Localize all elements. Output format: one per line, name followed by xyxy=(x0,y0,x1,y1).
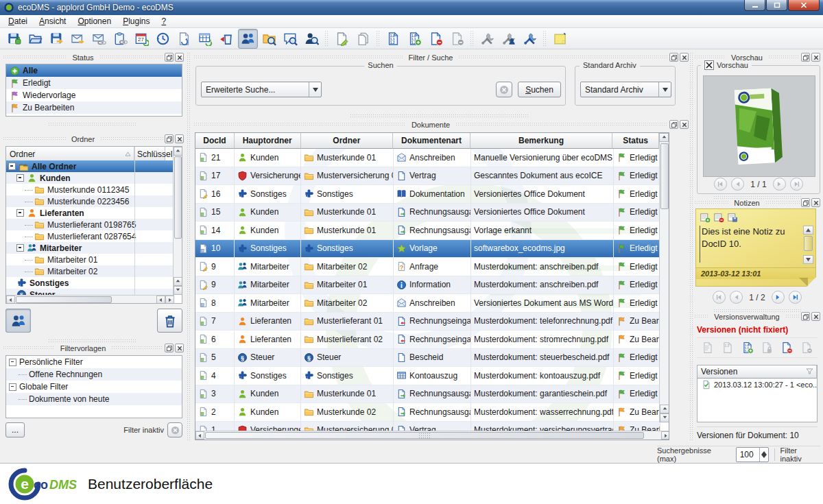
settings-advanced-button[interactable] xyxy=(520,29,540,49)
documents-float-button[interactable] xyxy=(669,120,678,129)
document-row[interactable]: 3KundenMusterkunde 01RechnungsausgangMus… xyxy=(195,385,660,404)
versions-list-button[interactable]: 1.01.11.2 xyxy=(383,29,403,49)
folder-tree-vscrollbar[interactable] xyxy=(173,147,182,295)
note-delete-icon[interactable] xyxy=(713,212,724,223)
tree-row[interactable]: Musterkunde 0223456 xyxy=(6,195,173,207)
document-edit-button[interactable] xyxy=(332,29,352,49)
users-button[interactable] xyxy=(238,29,258,49)
filter-splitter-handle[interactable] xyxy=(48,339,137,342)
tree-row[interactable]: Mitarbeiter xyxy=(6,242,173,254)
folders-float-button[interactable] xyxy=(165,134,174,143)
recycle-bin-button[interactable] xyxy=(157,309,182,333)
documents-hscrollbar[interactable] xyxy=(195,431,669,440)
folder-search-button[interactable] xyxy=(259,29,279,49)
trash-restore-button[interactable] xyxy=(217,29,237,49)
notes-float-button[interactable] xyxy=(801,198,810,207)
maximize-button[interactable] xyxy=(766,0,787,11)
filter-template-row[interactable]: Persönliche Filter xyxy=(6,356,182,368)
preview-close-button[interactable] xyxy=(811,53,820,62)
tree-row[interactable]: Mitarbeiter 02 xyxy=(6,265,173,277)
archive-save-button[interactable] xyxy=(4,29,24,49)
right-splitter[interactable] xyxy=(689,52,693,440)
scroll-right-icon[interactable] xyxy=(165,296,174,304)
scroll-up-icon[interactable] xyxy=(174,147,182,156)
tree-row[interactable]: Kunden xyxy=(6,172,173,184)
preview-image[interactable] xyxy=(703,75,815,177)
advanced-search-combo[interactable]: Erweiterte Suche... xyxy=(201,82,322,97)
column-header-docid[interactable]: DocId xyxy=(195,133,235,149)
filter-search-float-button[interactable] xyxy=(669,53,678,62)
document-row[interactable]: 9MitarbeiterMitarbeiter 01InformationMus… xyxy=(195,276,660,295)
documents-copy-button[interactable] xyxy=(353,29,373,49)
menu-item-?[interactable]: ? xyxy=(156,16,172,27)
status-close-button[interactable] xyxy=(175,53,184,62)
column-header-bemerkung[interactable]: Bemerkung xyxy=(470,133,612,149)
version-remove-button[interactable] xyxy=(778,339,795,356)
column-header-ordner[interactable]: Ordner xyxy=(301,133,394,149)
scroll-left-icon[interactable] xyxy=(6,296,15,304)
version-add-button[interactable]: 1.01.11.2 xyxy=(405,29,425,49)
window-titlebar[interactable]: ecoDMS - applord GmbH Demo - ecoDMS xyxy=(0,0,823,15)
search-button[interactable]: Suchen xyxy=(518,82,561,97)
tree-row[interactable]: Musterkunde 0112345 xyxy=(6,184,173,195)
first-page-button[interactable] xyxy=(713,291,726,304)
scroll-down-icon[interactable] xyxy=(660,413,669,422)
documents-splitter-handle[interactable] xyxy=(350,114,528,117)
document-row[interactable]: 16SonstigesSonstigesDokumentationVersion… xyxy=(195,185,660,204)
last-page-button[interactable] xyxy=(790,178,803,191)
expander-icon[interactable] xyxy=(16,244,24,252)
tree-row[interactable]: Alle Ordner xyxy=(6,160,173,172)
sticky-note-button[interactable] xyxy=(550,29,570,49)
version-discard-button[interactable] xyxy=(447,29,467,49)
settings-tools-button[interactable] xyxy=(477,29,497,49)
next-page-button[interactable] xyxy=(773,178,786,191)
tree-row[interactable]: Sonstiges xyxy=(6,277,173,289)
menu-item-plugins[interactable]: Plugins xyxy=(117,16,155,27)
filter-search-close-button[interactable] xyxy=(680,53,689,62)
scroll-right-icon[interactable] xyxy=(156,296,165,304)
folder-tree-hscrollbar[interactable] xyxy=(6,295,174,303)
next-page-button[interactable] xyxy=(772,291,785,304)
column-header-hauptordner[interactable]: Hauptordner xyxy=(235,133,301,149)
version-remove-button[interactable] xyxy=(426,29,446,49)
status-splitter-handle[interactable] xyxy=(48,122,137,125)
note-text[interactable]: Dies ist eine Notiz zu DocID 10. xyxy=(700,226,800,263)
status-item-erledigt[interactable]: Erledigt xyxy=(6,77,182,89)
users-view-button[interactable] xyxy=(5,309,31,333)
scroll-up-icon[interactable] xyxy=(660,405,669,413)
document-row[interactable]: 21KundenMusterkunde 01AnschreibenManuell… xyxy=(195,149,660,167)
first-page-button[interactable] xyxy=(714,178,727,191)
scroll-right-icon[interactable] xyxy=(661,431,669,440)
documents-close-button[interactable] xyxy=(680,120,689,129)
document-row[interactable]: 7LieferantenMusterlieferant 01Rechnungse… xyxy=(195,313,660,331)
expander-icon[interactable] xyxy=(9,383,16,391)
previous-page-button[interactable] xyxy=(731,178,744,191)
documents-vscrollbar[interactable] xyxy=(659,142,669,422)
filter-templates-float-button[interactable] xyxy=(165,344,174,352)
email-link-button[interactable] xyxy=(89,29,109,49)
version-discard-button[interactable] xyxy=(798,339,815,356)
document-row[interactable]: 9MitarbeiterMitarbeiter 02?AnfrageMuster… xyxy=(195,258,660,276)
settings-user-button[interactable] xyxy=(499,29,518,49)
preview-float-button[interactable] xyxy=(801,53,810,62)
more-filters-button[interactable]: ... xyxy=(5,422,25,437)
menu-item-ansicht[interactable]: Ansicht xyxy=(34,16,71,27)
document-row[interactable]: 14KundenMusterkunde 01RechnungsausgangVo… xyxy=(195,221,660,240)
note-add-icon[interactable] xyxy=(700,212,711,223)
versions-float-button[interactable] xyxy=(801,312,810,321)
tree-row[interactable]: Lieferanten xyxy=(6,207,173,219)
status-float-button[interactable] xyxy=(165,53,174,62)
clipboard-link-button[interactable] xyxy=(110,29,130,49)
tree-row[interactable]: Mitarbeiter 01 xyxy=(6,254,173,265)
column-header-dokumentenart[interactable]: Dokumentenart xyxy=(393,133,470,149)
status-item-alle[interactable]: Alle xyxy=(6,64,182,77)
version-row[interactable]: 2013.03.12 13:00:27 - 1 <eco... xyxy=(697,379,817,390)
results-max-spinner[interactable]: 100 xyxy=(736,447,769,462)
clear-search-button[interactable] xyxy=(496,82,512,97)
minimize-button[interactable] xyxy=(744,0,765,11)
document-row[interactable]: 8MitarbeiterMitarbeiter 02AnschreibenVer… xyxy=(195,294,660,313)
history-button[interactable] xyxy=(153,29,173,49)
expander-icon[interactable] xyxy=(16,209,24,217)
document-row[interactable]: 6LieferantenMusterlieferant 02Rechnungse… xyxy=(195,331,660,349)
scroll-down-icon[interactable] xyxy=(174,286,182,295)
